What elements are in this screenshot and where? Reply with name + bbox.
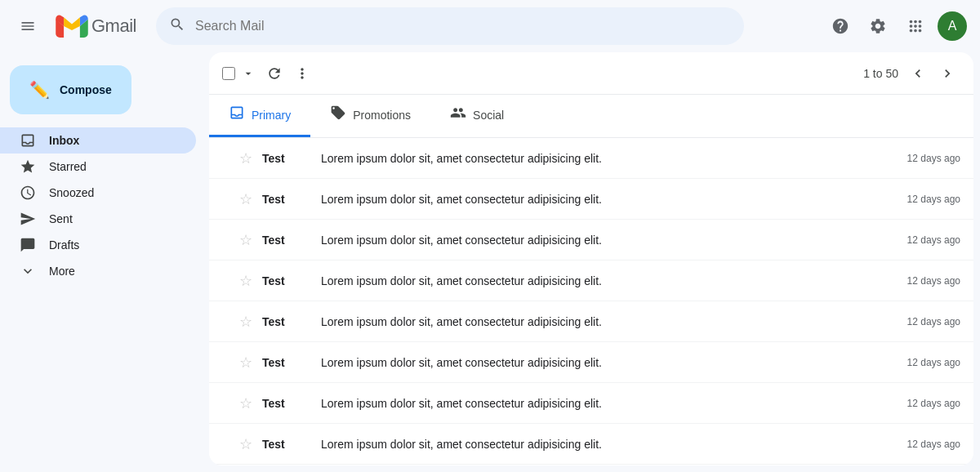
email-sender: Test [262, 438, 311, 451]
compose-label: Compose [60, 83, 112, 96]
email-row[interactable]: ☆ Test Lorem ipsum dolor sit, amet conse… [209, 301, 973, 342]
email-subject: Lorem ipsum dolor sit, amet consectetur … [321, 234, 882, 247]
tab-primary-icon [229, 105, 245, 125]
draft-icon [20, 237, 36, 253]
email-sender: Test [262, 234, 311, 247]
toolbar-right: 1 to 50 [860, 60, 960, 87]
next-page-button[interactable] [934, 60, 960, 87]
email-row[interactable]: ☆ Test Lorem ipsum dolor sit, amet conse… [209, 138, 973, 179]
email-subject: Lorem ipsum dolor sit, amet consectetur … [321, 152, 882, 165]
email-star[interactable]: ☆ [239, 272, 256, 290]
email-row[interactable]: ☆ Test Lorem ipsum dolor sit, amet conse… [209, 424, 973, 465]
email-sender: Test [262, 193, 311, 206]
compose-button[interactable]: ✏️ Compose [10, 65, 131, 114]
tab-social-icon [450, 105, 466, 125]
email-time: 12 days ago [895, 153, 960, 164]
search-icon [169, 16, 185, 36]
email-time: 12 days ago [895, 357, 960, 368]
prev-page-button[interactable] [905, 60, 931, 87]
tab-social[interactable]: Social [430, 95, 523, 137]
email-subject: Lorem ipsum dolor sit, amet consectetur … [321, 274, 882, 287]
compose-icon: ✏️ [29, 80, 50, 100]
tab-promotions[interactable]: Promotions [310, 95, 430, 137]
email-star[interactable]: ☆ [239, 354, 256, 372]
email-star[interactable]: ☆ [239, 231, 256, 249]
sidebar-item-sent[interactable]: Sent [0, 206, 196, 232]
select-dropdown-button[interactable] [237, 62, 260, 85]
email-star[interactable]: ☆ [239, 149, 256, 167]
menu-button[interactable] [13, 11, 42, 41]
select-all-checkbox[interactable] [222, 67, 235, 80]
email-time: 12 days ago [895, 398, 960, 409]
sidebar-item-snoozed[interactable]: Snoozed [0, 180, 196, 206]
email-sender: Test [262, 274, 311, 287]
email-time: 12 days ago [895, 439, 960, 450]
email-subject: Lorem ipsum dolor sit, amet consectetur … [321, 356, 882, 369]
email-list: ☆ Test Lorem ipsum dolor sit, amet conse… [209, 138, 973, 465]
email-row[interactable]: ☆ Test Lorem ipsum dolor sit, amet conse… [209, 220, 973, 260]
email-sender: Test [262, 315, 311, 328]
email-row[interactable]: ☆ Test Lorem ipsum dolor sit, amet conse… [209, 179, 973, 220]
email-row[interactable]: ☆ Test Lorem ipsum dolor sit, amet conse… [209, 383, 973, 424]
email-subject: Lorem ipsum dolor sit, amet consectetur … [321, 193, 882, 206]
email-sender: Test [262, 356, 311, 369]
tab-promotions-icon [330, 105, 346, 125]
sidebar-item-drafts[interactable]: Drafts [0, 232, 196, 258]
pagination-text: 1 to 50 [863, 67, 898, 80]
email-star[interactable]: ☆ [239, 313, 256, 331]
sidebar-item-drafts-label: Drafts [49, 238, 183, 252]
email-time: 12 days ago [895, 234, 960, 246]
topbar: Gmail A [0, 0, 980, 52]
apps-button[interactable] [900, 11, 931, 42]
sidebar-item-snoozed-label: Snoozed [49, 186, 183, 199]
search-input[interactable] [195, 19, 731, 33]
sidebar-item-more-label: More [49, 265, 183, 278]
tab-social-label: Social [473, 109, 504, 122]
star-icon [20, 158, 36, 175]
email-subject: Lorem ipsum dolor sit, amet consectetur … [321, 315, 882, 328]
email-subject: Lorem ipsum dolor sit, amet consectetur … [321, 397, 882, 410]
email-time: 12 days ago [895, 316, 960, 327]
refresh-button[interactable] [261, 60, 287, 87]
sidebar: ✏️ Compose Inbox Starred Snoozed S [0, 52, 209, 472]
main-panel: 1 to 50 Primary Promotio [209, 52, 973, 465]
email-sender: Test [262, 152, 311, 165]
sidebar-item-starred-label: Starred [49, 160, 183, 173]
email-subject: Lorem ipsum dolor sit, amet consectetur … [321, 438, 882, 451]
send-icon [20, 211, 36, 227]
toolbar-left [222, 60, 315, 87]
tab-promotions-label: Promotions [353, 109, 411, 122]
tab-primary-label: Primary [252, 109, 291, 122]
sidebar-item-inbox-label: Inbox [49, 134, 183, 147]
expand-icon [20, 263, 36, 279]
email-star[interactable]: ☆ [239, 435, 256, 453]
more-options-button[interactable] [289, 60, 315, 87]
email-sender: Test [262, 397, 311, 410]
sidebar-item-sent-label: Sent [49, 212, 183, 225]
clock-icon [20, 185, 36, 201]
gmail-logo-text: Gmail [91, 16, 136, 37]
sidebar-item-inbox[interactable]: Inbox [0, 127, 196, 154]
avatar[interactable]: A [938, 11, 967, 41]
sidebar-item-starred[interactable]: Starred [0, 154, 196, 180]
search-bar [156, 7, 744, 45]
settings-button[interactable] [862, 11, 893, 42]
sidebar-item-more[interactable]: More [0, 258, 196, 284]
app-body: ✏️ Compose Inbox Starred Snoozed S [0, 52, 980, 472]
email-star[interactable]: ☆ [239, 190, 256, 208]
email-time: 12 days ago [895, 275, 960, 287]
email-time: 12 days ago [895, 194, 960, 205]
email-star[interactable]: ☆ [239, 394, 256, 412]
topbar-right: A [825, 11, 967, 42]
tabs-bar: Primary Promotions Social [209, 95, 973, 138]
tab-primary[interactable]: Primary [209, 95, 310, 137]
gmail-logo[interactable]: Gmail [56, 15, 136, 38]
email-row[interactable]: ☆ Test Lorem ipsum dolor sit, amet conse… [209, 260, 973, 301]
toolbar: 1 to 50 [209, 52, 973, 95]
email-row[interactable]: ☆ Test Lorem ipsum dolor sit, amet conse… [209, 465, 973, 465]
help-button[interactable] [825, 11, 856, 42]
email-row[interactable]: ☆ Test Lorem ipsum dolor sit, amet conse… [209, 342, 973, 383]
inbox-icon [20, 132, 36, 149]
